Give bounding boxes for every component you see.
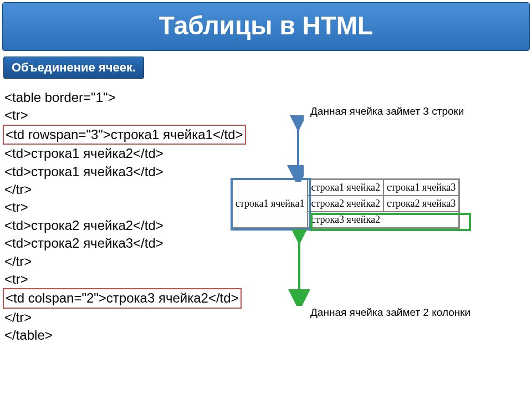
code-line: <tr> [4,198,246,216]
code-example: <table border="1"> <tr> <td rowspan="3">… [4,89,246,344]
slide-title: Таблицы в HTML [2,2,530,51]
annotation-colspan: Данная ячейка займет 2 колонки [310,306,477,320]
code-line: <td>строка1 ячейка3</td> [4,163,246,181]
example-render-table: строка1 ячейка1 строка1 ячейка2 строка1 … [231,178,460,229]
code-line: <tr> [4,106,246,124]
arrow-colspan-icon [288,229,310,306]
slide-subtitle: Объединение ячеек. [3,57,144,79]
annotation-rowspan: Данная ячейка займет 3 строки [310,105,477,119]
code-line-rowspan: <td rowspan="3">строка1 ячейка1</td> [4,125,246,145]
cell: строка2 ячейка3 [383,196,459,212]
cell: строка1 ячейка2 [308,180,383,196]
code-line: <td>строка2 ячейка2</td> [4,217,246,234]
code-line: </table> [4,326,246,344]
code-line: <table border="1"> [4,89,246,106]
arrow-rowspan-icon [260,115,304,182]
highlight-colspan: <td colspan="2">строка3 ячейка2</td> [3,288,242,308]
code-line: <tr> [4,270,246,288]
cell: строка1 ячейка3 [383,180,459,196]
code-line: </tr> [4,253,246,270]
cell-rowspan: строка1 ячейка1 [232,180,308,228]
cell: строка2 ячейка2 [308,196,383,212]
code-line: <td>строка2 ячейка3</td> [4,234,246,252]
code-line: <td>строка1 ячейка2</td> [4,145,246,162]
code-line-colspan: <td colspan="2">строка3 ячейка2</td> [4,288,246,308]
code-line: </tr> [4,309,246,326]
code-line: </tr> [4,181,246,198]
highlight-rowspan: <td rowspan="3">строка1 ячейка1</td> [3,125,246,145]
cell-colspan: строка3 ячейка2 [308,212,459,228]
table-row: строка1 ячейка1 строка1 ячейка2 строка1 … [232,180,459,196]
